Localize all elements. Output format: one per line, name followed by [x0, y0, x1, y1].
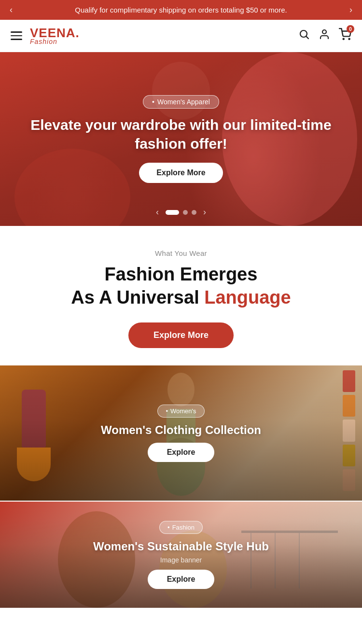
header: VEENA. Fashion 0 — [0, 20, 362, 52]
announcement-message: Qualify for complimentary shipping on or… — [13, 6, 349, 14]
slider-dot-3[interactable] — [192, 210, 196, 215]
header-left: VEENA. Fashion — [11, 27, 80, 45]
sustainable-card-button[interactable]: Explore — [148, 570, 215, 589]
hero-cta-button[interactable]: Explore More — [139, 163, 223, 183]
sustainable-card-title: Women's Sustainable Style Hub — [93, 540, 269, 553]
womens-card-content: Women's Women's Clothing Collection Expl… — [0, 365, 362, 501]
svg-point-4 — [349, 39, 350, 40]
hero-content: Women's Apparel Elevate your wardrobe wi… — [0, 52, 362, 226]
sustainable-card-content: Fashion Women's Sustainable Style Hub Im… — [0, 502, 362, 608]
fashion-section: What You Wear Fashion Emerges As A Unive… — [0, 226, 362, 365]
menu-button[interactable] — [11, 31, 22, 40]
logo-tagline: Fashion — [30, 38, 80, 45]
sustainable-card-sub: Image banner — [160, 556, 202, 564]
slider-dot-1[interactable] — [166, 210, 179, 215]
hero-slider: Women's Apparel Elevate your wardrobe wi… — [0, 52, 362, 226]
sustainable-card: Fashion Women's Sustainable Style Hub Im… — [0, 502, 362, 608]
fashion-explore-button[interactable]: Explore More — [128, 322, 234, 348]
slider-dots — [166, 210, 196, 215]
announcement-bar: ‹ Qualify for complimentary shipping on … — [0, 0, 362, 20]
section-title: Fashion Emerges As A Universal Language — [14, 263, 348, 309]
announcement-next-arrow[interactable]: › — [349, 5, 352, 15]
slider-dot-2[interactable] — [183, 210, 188, 215]
search-icon[interactable] — [298, 28, 310, 43]
hero-title: Elevate your wardrobe with our limited-t… — [10, 115, 352, 153]
svg-line-1 — [306, 37, 308, 39]
svg-point-3 — [343, 39, 344, 40]
slider-prev-arrow[interactable]: ‹ — [156, 207, 159, 217]
sustainable-card-tag: Fashion — [159, 521, 203, 534]
title-highlight: Language — [204, 287, 291, 308]
svg-point-2 — [322, 30, 326, 34]
womens-card-button[interactable]: Explore — [148, 443, 215, 462]
section-subtitle: What You Wear — [14, 249, 348, 257]
slider-controls: ‹ › — [156, 207, 206, 217]
logo[interactable]: VEENA. Fashion — [30, 27, 80, 45]
cart-icon[interactable]: 0 — [339, 28, 351, 43]
account-icon[interactable] — [319, 28, 330, 43]
announcement-prev-arrow[interactable]: ‹ — [10, 5, 13, 15]
cart-badge: 0 — [347, 25, 354, 33]
womens-card-title: Women's Clothing Collection — [101, 423, 261, 437]
womens-card-tag: Women's — [157, 405, 204, 418]
header-right: 0 — [298, 28, 351, 43]
hero-tag: Women's Apparel — [143, 95, 219, 109]
slider-next-arrow[interactable]: › — [203, 207, 206, 217]
womens-collection-card: Women's Women's Clothing Collection Expl… — [0, 365, 362, 501]
